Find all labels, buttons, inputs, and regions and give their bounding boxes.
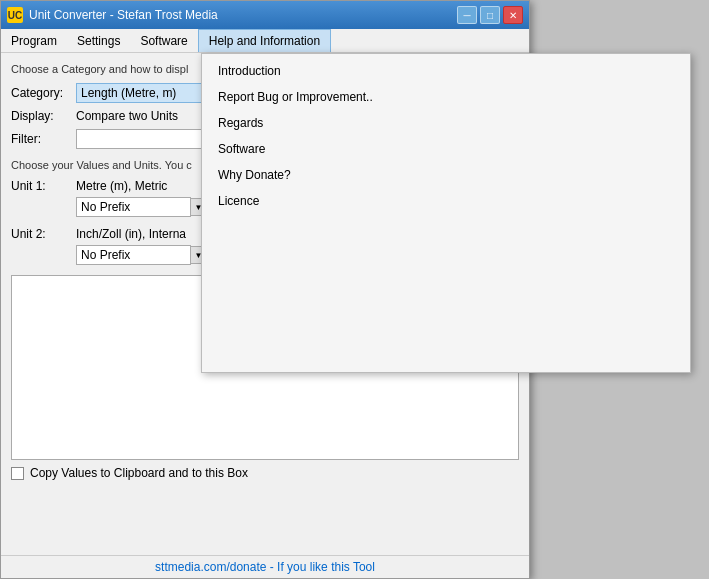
help-dropdown-menu: Introduction Report Bug or Improvement..… — [201, 53, 691, 373]
filter-label: Filter: — [11, 132, 76, 146]
help-item-report-bug[interactable]: Report Bug or Improvement.. — [202, 84, 690, 110]
unit2-label: Unit 2: — [11, 227, 76, 241]
clipboard-checkbox[interactable] — [11, 467, 24, 480]
unit1-label: Unit 1: — [11, 179, 76, 193]
footer-checkbox-row: Copy Values to Clipboard and to this Box — [11, 466, 519, 480]
menu-item-software[interactable]: Software — [130, 29, 197, 52]
window-title: Unit Converter - Stefan Trost Media — [29, 8, 218, 22]
title-bar: UC Unit Converter - Stefan Trost Media ─… — [1, 1, 529, 29]
category-input[interactable] — [76, 83, 206, 103]
filter-input[interactable] — [76, 129, 206, 149]
unit1-value: Metre (m), Metric — [76, 179, 167, 193]
title-buttons: ─ □ ✕ — [457, 6, 523, 24]
category-label: Category: — [11, 86, 76, 100]
display-label: Display: — [11, 109, 76, 123]
menu-item-help[interactable]: Help and Information — [198, 29, 331, 52]
help-item-licence[interactable]: Licence — [202, 188, 690, 214]
menu-item-program[interactable]: Program — [1, 29, 67, 52]
close-button[interactable]: ✕ — [503, 6, 523, 24]
display-value: Compare two Units — [76, 109, 178, 123]
unit2-value: Inch/Zoll (in), Interna — [76, 227, 186, 241]
main-window: UC Unit Converter - Stefan Trost Media ─… — [0, 0, 530, 579]
title-bar-left: UC Unit Converter - Stefan Trost Media — [7, 7, 218, 23]
help-item-regards[interactable]: Regards — [202, 110, 690, 136]
minimize-button[interactable]: ─ — [457, 6, 477, 24]
maximize-button[interactable]: □ — [480, 6, 500, 24]
unit2-prefix-input[interactable]: No Prefix — [76, 245, 191, 265]
app-icon: UC — [7, 7, 23, 23]
menu-item-settings[interactable]: Settings — [67, 29, 130, 52]
help-item-why-donate[interactable]: Why Donate? — [202, 162, 690, 188]
unit1-prefix-input[interactable]: No Prefix — [76, 197, 191, 217]
clipboard-label: Copy Values to Clipboard and to this Box — [30, 466, 248, 480]
menu-bar: Program Settings Software Help and Infor… — [1, 29, 529, 53]
footer-link[interactable]: sttmedia.com/donate - If you like this T… — [1, 555, 529, 578]
help-item-software[interactable]: Software — [202, 136, 690, 162]
help-item-introduction[interactable]: Introduction — [202, 58, 690, 84]
